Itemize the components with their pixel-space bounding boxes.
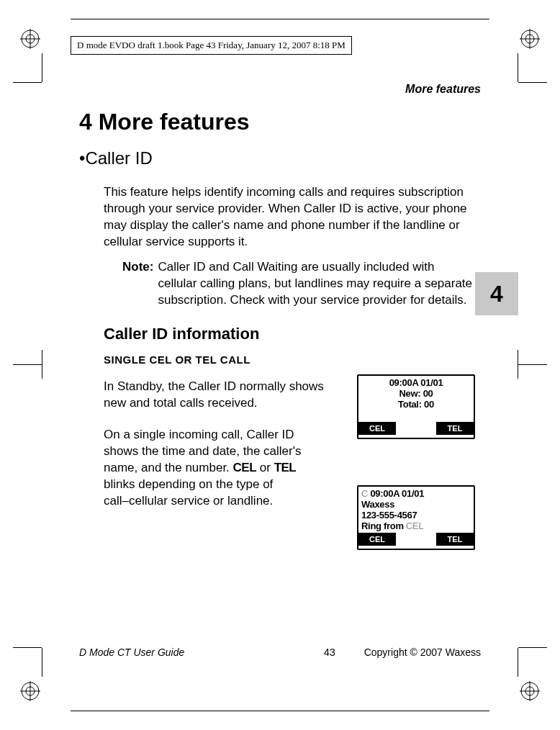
registration-mark-icon bbox=[20, 29, 40, 49]
page-body: More features 4 More features •Caller ID… bbox=[79, 83, 481, 658]
footer-guide-name: D Mode CT User Guide bbox=[79, 646, 184, 658]
footer-page-number: 43 bbox=[324, 646, 335, 658]
registration-mark-icon bbox=[20, 681, 40, 701]
note-block: Note: Caller ID and Call Waiting are usu… bbox=[122, 259, 474, 309]
print-rule-bottom bbox=[71, 711, 489, 711]
crop-mark-icon bbox=[518, 647, 547, 648]
para-text: call–cellular service or landline. bbox=[104, 494, 273, 508]
crop-mark-icon bbox=[42, 53, 42, 82]
crop-mark-icon bbox=[518, 364, 547, 365]
crop-mark-icon bbox=[518, 350, 518, 379]
footer-copyright: Copyright © 2007 Waxess bbox=[364, 646, 481, 658]
crop-mark-icon bbox=[518, 82, 547, 83]
para-text: blinks depending on the type of bbox=[104, 477, 273, 491]
incoming-paragraph: On a single incoming call, Caller ID sho… bbox=[104, 427, 327, 510]
registration-mark-icon bbox=[520, 29, 540, 49]
intro-paragraph: This feature helps identify incoming cal… bbox=[104, 184, 481, 251]
chapter-tab: 4 bbox=[475, 272, 518, 315]
tel-label: TEL bbox=[274, 461, 297, 474]
crop-mark-icon bbox=[13, 82, 42, 83]
page-footer: D Mode CT User Guide 43 Copyright © 2007… bbox=[79, 646, 481, 658]
standby-paragraph: In Standby, the Caller ID normally shows… bbox=[104, 379, 327, 412]
para-text: or bbox=[256, 461, 274, 474]
sub-sub-heading: SINGLE CEL OR TEL CALL bbox=[104, 353, 481, 366]
cel-label: CEL bbox=[233, 461, 257, 474]
crop-mark-icon bbox=[42, 350, 42, 379]
print-rule-top bbox=[71, 19, 489, 19]
subsection-heading: Caller ID information bbox=[104, 325, 481, 343]
crop-mark-icon bbox=[13, 364, 42, 365]
crop-mark-icon bbox=[518, 53, 518, 82]
note-text: Caller ID and Call Waiting are usually i… bbox=[158, 259, 474, 309]
section-title: •Caller ID bbox=[79, 148, 481, 168]
registration-mark-icon bbox=[520, 681, 540, 701]
running-head: More features bbox=[79, 83, 481, 96]
crop-mark-icon bbox=[13, 647, 42, 648]
print-header-info: D mode EVDO draft 1.book Page 43 Friday,… bbox=[71, 36, 352, 55]
chapter-title: 4 More features bbox=[79, 109, 481, 135]
crop-mark-icon bbox=[42, 648, 42, 677]
note-label: Note: bbox=[122, 259, 153, 309]
crop-mark-icon bbox=[518, 648, 518, 677]
